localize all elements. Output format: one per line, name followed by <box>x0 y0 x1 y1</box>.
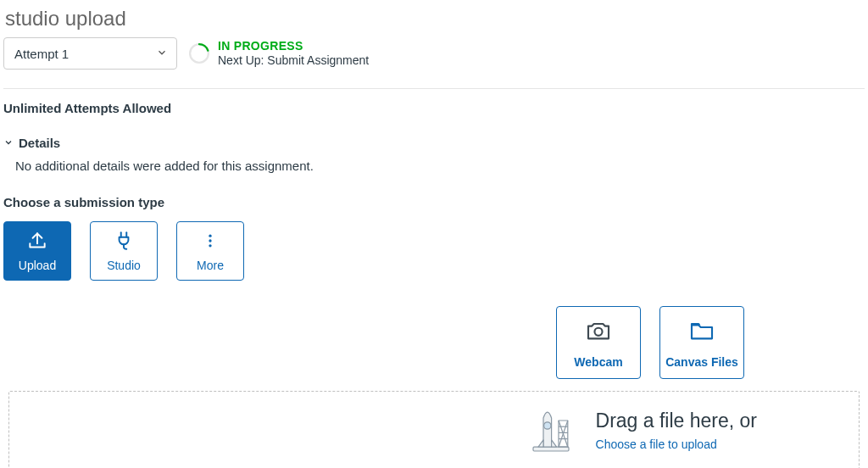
svg-rect-5 <box>533 447 569 451</box>
submission-type-label: Upload <box>19 259 56 272</box>
choose-submission-label: Choose a submission type <box>3 195 865 209</box>
page-title: studio upload <box>5 7 865 31</box>
chevron-down-icon <box>156 47 168 61</box>
dropzone-drag-text: Drag a file here, or <box>596 410 757 432</box>
submission-type-more[interactable]: More <box>176 221 244 281</box>
camera-icon <box>581 317 615 347</box>
rocket-icon <box>518 398 579 461</box>
source-label: Webcam <box>574 355 622 369</box>
progress-spinner-icon <box>187 42 211 65</box>
status-label: IN PROGRESS <box>218 39 369 53</box>
details-toggle[interactable]: Details <box>3 136 865 150</box>
details-header-label: Details <box>19 136 60 150</box>
upload-icon <box>25 230 49 252</box>
svg-point-4 <box>594 327 602 335</box>
attempt-select-value: Attempt 1 <box>14 47 69 61</box>
submission-type-studio[interactable]: Studio <box>90 221 158 281</box>
svg-point-6 <box>543 422 550 429</box>
submission-type-label: Studio <box>107 259 141 272</box>
source-label: Canvas Files <box>665 355 738 369</box>
attempts-note: Unlimited Attempts Allowed <box>3 101 865 115</box>
svg-point-2 <box>209 239 211 242</box>
details-body: No additional details were added for thi… <box>15 159 865 173</box>
upload-dropzone[interactable]: Drag a file here, or Choose a file to up… <box>8 391 860 468</box>
divider <box>3 88 865 89</box>
source-canvas-files[interactable]: Canvas Files <box>659 306 744 379</box>
status-next-up: Next Up: Submit Assignment <box>218 53 369 68</box>
choose-file-link[interactable]: Choose a file to upload <box>596 437 757 451</box>
submission-type-upload[interactable]: Upload <box>3 221 71 281</box>
plug-icon <box>113 230 135 252</box>
svg-point-1 <box>209 235 211 237</box>
attempt-select[interactable]: Attempt 1 <box>3 37 177 70</box>
folder-icon <box>685 317 719 347</box>
svg-point-3 <box>209 244 211 247</box>
source-webcam[interactable]: Webcam <box>556 306 641 379</box>
more-vertical-icon <box>202 230 219 252</box>
chevron-down-icon <box>3 136 14 150</box>
submission-type-label: More <box>197 259 224 272</box>
